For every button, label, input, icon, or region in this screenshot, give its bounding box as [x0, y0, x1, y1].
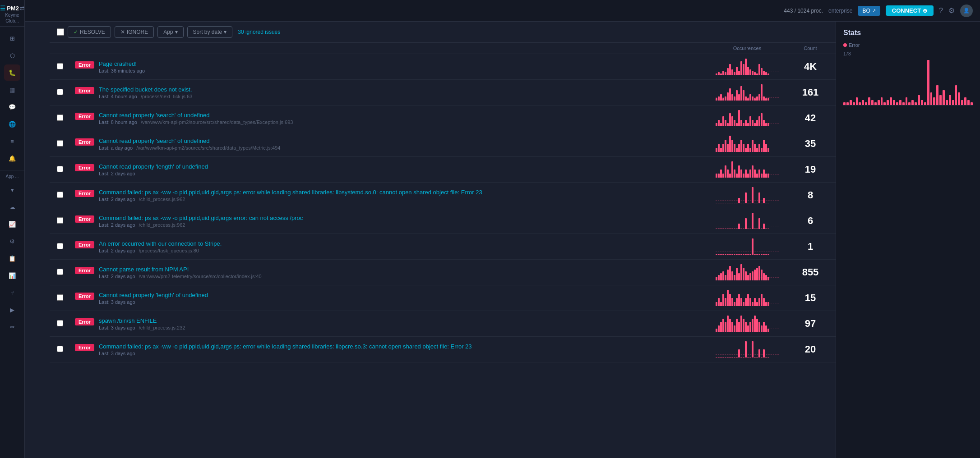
- sidebar-bell[interactable]: 🔔: [4, 150, 20, 166]
- ignored-issues-link[interactable]: 30 ignored issues: [238, 29, 280, 35]
- row-meta: Last: 36 minutes ago: [99, 68, 145, 73]
- stats-panel: Stats Error 178: [836, 22, 980, 458]
- row-checkbox[interactable]: [57, 140, 63, 147]
- row-count: 15: [792, 292, 828, 304]
- sidebar-globe[interactable]: 🌐: [4, 116, 20, 132]
- error-badge: Error: [75, 318, 94, 325]
- row-main: Error Cannot read property 'search' of u…: [75, 137, 702, 151]
- col-count: Count: [792, 46, 828, 51]
- avatar[interactable]: 👤: [960, 5, 973, 17]
- error-legend-label: Error: [849, 42, 860, 48]
- error-legend-item: Error: [843, 42, 860, 48]
- stats-bar: [853, 102, 855, 105]
- table-row[interactable]: Error Cannot parse result from NPM API L…: [50, 260, 836, 285]
- help-button[interactable]: ?: [939, 7, 943, 15]
- row-path: /process/next_tick.js:63: [141, 94, 192, 99]
- row-checkbox[interactable]: [57, 269, 63, 275]
- row-count: 20: [792, 344, 828, 355]
- sidebar-settings2[interactable]: ⚙: [4, 233, 20, 249]
- row-title[interactable]: Cannot read property 'length' of undefin…: [99, 163, 208, 170]
- row-title[interactable]: Command failed: ps ax -ww -o pid,ppid,ui…: [99, 215, 303, 221]
- row-title[interactable]: The specified bucket does not exist.: [99, 86, 192, 93]
- table-row[interactable]: Error spawn /bin/sh ENFILE Last: 3 days …: [50, 311, 836, 337]
- row-checkbox[interactable]: [57, 320, 63, 326]
- row-title[interactable]: spawn /bin/sh ENFILE: [99, 317, 185, 324]
- row-title[interactable]: Command failed: ps ax -ww -o pid,ppid,ui…: [99, 189, 482, 196]
- table-row[interactable]: Error Command failed: ps ax -ww -o pid,p…: [50, 183, 836, 208]
- hamburger-icon[interactable]: ☰: [0, 5, 6, 12]
- stats-bar: [946, 100, 948, 105]
- sidebar-grid[interactable]: ⊞: [4, 30, 20, 46]
- stats-bar: [961, 100, 963, 105]
- row-checkbox[interactable]: [57, 89, 63, 95]
- table-row[interactable]: Error Command failed: ps ax -ww -o pid,p…: [50, 208, 836, 234]
- sidebar-analytics[interactable]: 📈: [4, 216, 20, 232]
- row-last: Last: 2 days ago: [99, 222, 135, 228]
- table-row[interactable]: Error Cannot read property 'length' of u…: [50, 157, 836, 183]
- row-checkbox[interactable]: [57, 217, 63, 224]
- row-checkbox[interactable]: [57, 63, 63, 69]
- row-checkbox-cell: [57, 114, 75, 122]
- sort-chevron-icon: ▾: [224, 29, 227, 35]
- row-title[interactable]: Cannot parse result from NPM API: [99, 266, 262, 273]
- connect-button[interactable]: CONNECT ⊕: [886, 5, 934, 16]
- sidebar-chat[interactable]: 💬: [4, 99, 20, 115]
- sidebar-pen[interactable]: ✏: [4, 319, 20, 335]
- row-path: /child_process.js:232: [139, 325, 185, 330]
- table-row[interactable]: Error Cannot read property 'search' of u…: [50, 105, 836, 131]
- row-title[interactable]: Cannot read property 'search' of undefin…: [99, 137, 280, 144]
- table-row[interactable]: Error The specified bucket does not exis…: [50, 80, 836, 105]
- row-checkbox-cell: [57, 269, 75, 276]
- row-meta: Last: 3 days ago /child_process.js:232: [99, 325, 185, 330]
- stats-bar: [899, 100, 901, 105]
- settings-button[interactable]: ⚙: [948, 6, 955, 15]
- sidebar-play[interactable]: ▶: [4, 302, 20, 318]
- sidebar-bars[interactable]: 📊: [4, 267, 20, 284]
- select-all-checkbox[interactable]: [57, 28, 64, 36]
- sort-button[interactable]: Sort by date ▾: [187, 26, 233, 38]
- table-row[interactable]: Error Cannot read property 'length' of u…: [50, 285, 836, 311]
- row-checkbox[interactable]: [57, 114, 63, 121]
- sidebar-hexagon[interactable]: ⬡: [4, 47, 20, 64]
- row-title[interactable]: Cannot read property 'search' of undefin…: [99, 112, 293, 119]
- sidebar-logs[interactable]: 📋: [4, 250, 20, 266]
- row-checkbox[interactable]: [57, 166, 63, 172]
- stats-bar: [865, 102, 867, 105]
- stats-bar: [971, 102, 973, 105]
- sidebar-dropdown[interactable]: ▾: [4, 182, 20, 198]
- row-checkbox-cell: [57, 63, 75, 71]
- app-filter-button[interactable]: App ▾: [157, 26, 183, 38]
- toolbar: ✓ RESOLVE ✕ IGNORE App ▾ Sort by date ▾ …: [50, 22, 836, 43]
- stats-bar: [883, 102, 886, 105]
- row-checkbox-cell: [57, 192, 75, 199]
- table-row[interactable]: Error Command failed: ps ax -ww -o pid,p…: [50, 337, 836, 362]
- row-title[interactable]: Cannot read property 'length' of undefin…: [99, 292, 208, 298]
- sidebar-cloud[interactable]: ☁: [4, 199, 20, 215]
- stats-legend: Error: [843, 42, 973, 48]
- error-badge: Error: [75, 61, 94, 69]
- row-checkbox[interactable]: [57, 243, 63, 249]
- row-checkbox[interactable]: [57, 294, 63, 301]
- row-last: Last: 2 days ago: [99, 274, 135, 279]
- stats-max-label: 178: [843, 51, 851, 56]
- swap-icon[interactable]: ⇄: [20, 5, 24, 11]
- resolve-button[interactable]: ✓ RESOLVE: [68, 26, 111, 38]
- row-title[interactable]: Command failed: ps ax -ww -o pid,ppid,ui…: [99, 343, 472, 350]
- sidebar-share[interactable]: ⑂: [4, 284, 20, 301]
- bo-button[interactable]: BO ↗: [858, 6, 880, 16]
- sidebar-bug[interactable]: 🐛: [4, 64, 20, 81]
- table-row[interactable]: Error An error occurred with our connect…: [50, 234, 836, 260]
- row-title[interactable]: Page crashed!: [99, 60, 145, 67]
- table-row[interactable]: Error Page crashed! Last: 36 minutes ago…: [50, 54, 836, 80]
- row-checkbox[interactable]: [57, 192, 63, 198]
- sidebar-dashboard[interactable]: ▦: [4, 82, 20, 98]
- row-title[interactable]: An error occurred with our connection to…: [99, 240, 222, 247]
- stats-bar: [967, 100, 970, 105]
- row-count: 161: [792, 87, 828, 98]
- row-meta: Last: 3 days ago: [99, 299, 208, 305]
- sidebar-list[interactable]: ≡: [4, 133, 20, 149]
- row-count: 8: [792, 189, 828, 201]
- table-row[interactable]: Error Cannot read property 'search' of u…: [50, 131, 836, 157]
- ignore-button[interactable]: ✕ IGNORE: [115, 26, 154, 38]
- row-checkbox[interactable]: [57, 346, 63, 352]
